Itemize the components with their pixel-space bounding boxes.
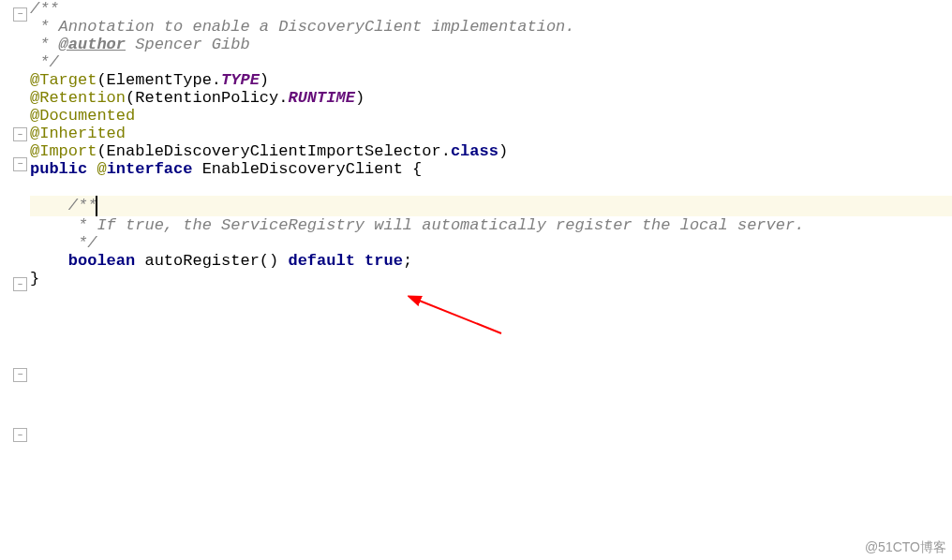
code-line: * If true, the ServiceRegistry will auto… (30, 216, 952, 234)
enum-value: RUNTIME (288, 89, 354, 107)
keyword: interface (107, 160, 193, 178)
keyword: true (364, 252, 403, 270)
brace: { (412, 160, 422, 178)
annotation-arrow-icon (408, 292, 511, 339)
code-line: public @interface EnableDiscoveryClient … (30, 160, 952, 178)
paren-text: ) (355, 89, 364, 107)
code-line (30, 178, 952, 196)
code-line-active: /** (30, 196, 952, 216)
code-line: @Target(ElementType.TYPE) (30, 71, 952, 89)
semicolon: ; (403, 252, 412, 270)
enum-value: TYPE (221, 71, 260, 89)
type-name: EnableDiscoveryClient (192, 160, 412, 178)
code-line: boolean autoRegister() default true; (30, 252, 952, 270)
annotation: @Documented (30, 107, 135, 125)
code-line: @Inherited (30, 125, 952, 142)
text-caret (96, 196, 97, 216)
fold-icon[interactable] (13, 368, 27, 382)
paren-text: (RetentionPolicy. (126, 89, 288, 107)
paren-text: (ElementType. (97, 71, 221, 89)
fold-icon[interactable] (13, 7, 27, 22)
paren-text: () (260, 252, 289, 270)
code-line: * Annotation to enable a DiscoveryClient… (30, 18, 952, 36)
code-line: } (30, 270, 952, 287)
code-line: @Import(EnableDiscoveryClientImportSelec… (30, 142, 952, 160)
code-line: /** (30, 0, 952, 18)
javadoc-text: * Annotation to enable a DiscoveryClient… (30, 18, 575, 36)
code-line: @Documented (30, 107, 952, 125)
javadoc-open: /** (30, 0, 59, 18)
annotation: @Retention (30, 89, 126, 107)
annotation: @Target (30, 71, 97, 89)
annotation: @ (97, 160, 106, 178)
annotation: @Inherited (30, 125, 126, 142)
code-editor[interactable]: /** * Annotation to enable a DiscoveryCl… (30, 0, 952, 287)
keyword: public (30, 160, 97, 178)
fold-icon[interactable] (13, 277, 27, 291)
brace: } (30, 270, 39, 287)
javadoc-close: */ (68, 234, 97, 252)
fold-icon[interactable] (13, 428, 27, 442)
keyword: boolean (68, 252, 135, 270)
watermark: @51CTO博客 (865, 539, 946, 556)
javadoc-open: /** (68, 197, 97, 214)
javadoc-text: Spencer Gibb (126, 36, 250, 53)
code-line: * @author Spencer Gibb (30, 36, 952, 53)
gutter (0, 0, 30, 560)
keyword: class (451, 142, 498, 160)
svg-line-0 (417, 300, 501, 333)
fold-icon[interactable] (13, 157, 27, 171)
annotation: @Import (30, 142, 97, 160)
javadoc-text: * If true, the ServiceRegistry will auto… (68, 216, 805, 234)
javadoc-tag: @author (59, 36, 126, 53)
paren-text: ) (260, 71, 269, 89)
code-line: */ (30, 234, 952, 252)
code-line: */ (30, 53, 952, 71)
javadoc-text: * (30, 36, 59, 53)
keyword: default (288, 252, 364, 270)
javadoc-close: */ (30, 53, 59, 71)
code-line: @Retention(RetentionPolicy.RUNTIME) (30, 89, 952, 107)
fold-icon[interactable] (13, 127, 27, 141)
method-name: autoRegister (135, 252, 260, 270)
paren-text: (EnableDiscoveryClientImportSelector. (97, 142, 450, 160)
paren-text: ) (498, 142, 508, 160)
